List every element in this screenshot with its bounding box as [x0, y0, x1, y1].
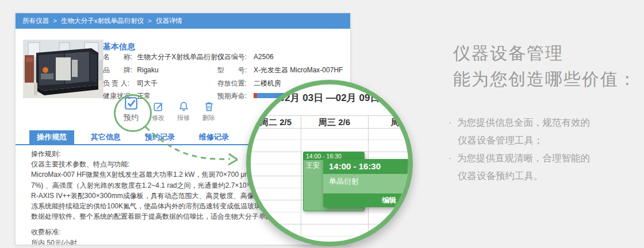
field-label-brand: 品 牌: [103, 65, 135, 75]
event-popup-time: 14:00 - 16:30 [323, 159, 413, 174]
promo-bullet-item: · 为您提供信息全面，规范有效的 仪器设备管理工具； [447, 114, 643, 149]
promo-heading-line1: 仪器设备管理 [453, 40, 637, 66]
delete-button[interactable]: 删除 [197, 101, 220, 122]
equipment-photo-illustration [24, 40, 103, 98]
reserve-button-label: 预约 [124, 113, 139, 123]
edit-button-label: 修改 [152, 114, 164, 122]
calendar-grid-line [251, 140, 408, 140]
basic-info-row: 名 称: 生物大分子X射线单晶衍射仪 仪器编号: A2506 [103, 52, 340, 61]
tab-operation-rules[interactable]: 操作规范 [29, 130, 74, 144]
breadcrumb-item-all[interactable]: 所有仪器 [22, 17, 49, 24]
breadcrumb-item-detail: 仪器详情 [156, 17, 182, 24]
bell-icon [178, 101, 189, 112]
field-value-brand: Rigaku [137, 66, 215, 74]
field-value-number: A2506 [254, 53, 340, 61]
field-value-health: 正常 [137, 91, 215, 101]
bullet-line: 为您提供直观清晰，合理智能的 [457, 149, 643, 167]
breadcrumb-item-instrument[interactable]: 生物大分子x射线单晶衍射仪 [61, 17, 144, 24]
tab-bar: 操作规范 其它信息 预约记录 维修记录 统计 [29, 130, 285, 144]
field-label-manager: 负 责 人: [103, 79, 135, 88]
field-value-name: 生物大分子X射线单晶衍射仪 [137, 52, 215, 62]
basic-info-title: 基本信息 [103, 42, 135, 52]
day-header-thu: 周四 [368, 116, 413, 128]
repair-button[interactable]: 报修 [172, 101, 195, 122]
delete-button-label: 删除 [202, 114, 215, 122]
edit-pencil-icon [153, 101, 164, 112]
tab-reservation-records[interactable]: 预约记录 [137, 130, 182, 144]
checkbox-check-icon [124, 96, 139, 111]
calendar-grid-line [251, 212, 408, 212]
equipment-photo [23, 40, 103, 98]
event-popup-actions: 编辑 取消 [323, 193, 413, 207]
field-label-model: 型 号: [217, 65, 252, 75]
trash-icon [204, 101, 214, 112]
promo-heading: 仪器设备管理 能为您创造哪些价值： [453, 40, 637, 92]
field-value-manager: 司大千 [137, 79, 215, 88]
field-label-name: 名 称: [103, 52, 135, 62]
repair-button-label: 报修 [177, 114, 190, 122]
promo-bullet-item: · 为您提供直观清晰，合理智能的 仪器设备预约工具。 [447, 149, 643, 185]
calendar-grid-line [251, 224, 408, 224]
breadcrumb: 所有仪器 > 生物大分子x射线单晶衍射仪 > 仪器详情 [16, 13, 350, 29]
field-label-location: 存放位置: [217, 79, 252, 88]
event-popup: 14:00 - 16:30 单晶衍射 编辑 取消 [323, 159, 413, 207]
bullet-line: 仪器设备管理工具； [457, 131, 643, 149]
breadcrumb-separator: > [148, 17, 152, 24]
event-edit-button[interactable]: 编辑 [382, 196, 397, 204]
event-popup-title: 单晶衍射 [323, 174, 413, 193]
fee-title: 收费标准: [31, 227, 79, 238]
calendar-grid-line [251, 128, 408, 129]
basic-info-row: 品 牌: Rigaku 型 号: X-光发生器 MicroMax-007HF [103, 65, 340, 75]
bullet-line: 为您提供信息全面，规范有效的 [457, 114, 643, 131]
bullet-dot: · [448, 114, 452, 131]
fee-standard-text: 收费标准: 所内 50元/小时 所外100元/小时 [31, 227, 79, 245]
bullet-dot: · [448, 149, 452, 167]
day-header-wed: 周三 2/6 [301, 116, 368, 128]
event-cancel-button[interactable]: 取消 [402, 196, 413, 204]
edit-button[interactable]: 修改 [147, 101, 170, 122]
field-label-number: 仪器编号: [217, 52, 252, 62]
promo-heading-line2: 能为您创造哪些价值： [453, 66, 637, 92]
tab-repair-records[interactable]: 维修记录 [191, 130, 236, 144]
fee-line-internal: 所内 50元/小时 [31, 238, 79, 246]
tab-other-info[interactable]: 其它信息 [83, 130, 128, 144]
reserve-button[interactable]: 预约 [117, 96, 145, 123]
breadcrumb-separator: > [53, 17, 57, 24]
promo-bullet-list: · 为您提供信息全面，规范有效的 仪器设备管理工具； · 为您提供直观清晰，合理… [447, 114, 643, 185]
field-value-model: X-光发生器 MicroMax-007HF [254, 65, 340, 75]
bullet-line: 仪器设备预约工具。 [457, 167, 643, 185]
field-label-lifespan: 预期寿命: [217, 91, 252, 101]
lifespan-progress-used [254, 93, 257, 98]
calendar-magnifier: 02月 03日 —02月 09日 周二 2/5 周三 2/6 周四 14:00 … [246, 80, 413, 246]
calendar-grid-line [301, 115, 301, 242]
